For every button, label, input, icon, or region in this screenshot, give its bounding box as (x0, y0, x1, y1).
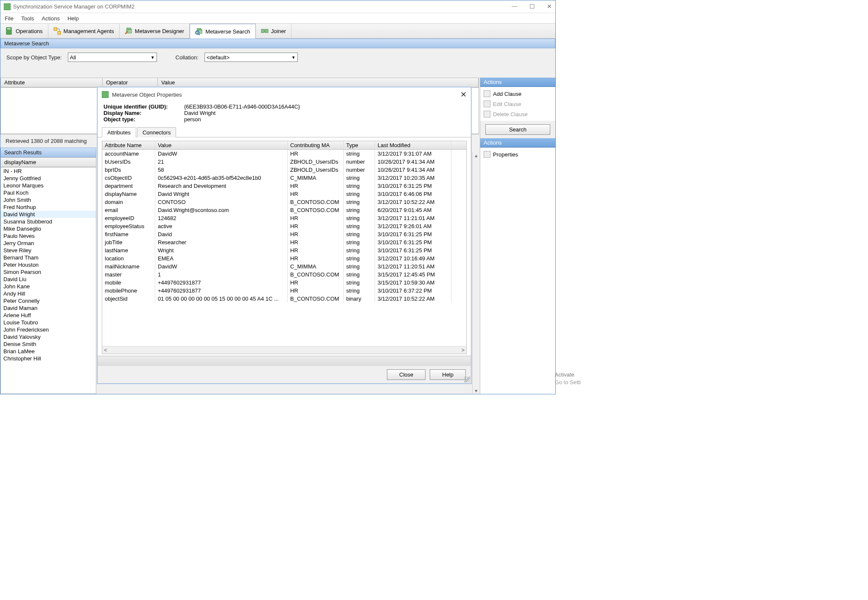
grid-row[interactable]: master1B_CONTOSO.COMstring3/15/2017 12:4… (102, 271, 466, 279)
result-row[interactable]: Peter Connelly (1, 297, 96, 304)
result-row[interactable]: David Yalovsky (1, 333, 96, 340)
grid-cell: string (344, 198, 375, 206)
grid-col-attrname[interactable]: Attribute Name (102, 141, 155, 149)
result-row[interactable]: Bernard Tham (1, 254, 96, 261)
grid-cell: B_CONTOSO.COM (288, 198, 344, 206)
result-row[interactable]: David Wright (1, 211, 96, 218)
minimize-button[interactable]: — (512, 3, 518, 10)
grid-row[interactable]: csObjectID0c562943-e201-4d65-ab35-bf542e… (102, 174, 466, 182)
grid-cell: 3/10/2017 6:46:06 PM (375, 190, 451, 198)
grid-col-contributing-ma[interactable]: Contributing MA (288, 141, 344, 149)
tool-metaverse-search[interactable]: Metaverse Search (190, 24, 256, 39)
mid-scrollbar[interactable]: ▴ ▾ (472, 152, 480, 394)
grid-cell: 3/15/2017 12:45:45 PM (375, 271, 451, 279)
grid-row[interactable]: firstNameDavidHRstring3/10/2017 6:31:25 … (102, 230, 466, 238)
menu-actions[interactable]: Actions (42, 15, 60, 22)
menu-help[interactable]: Help (67, 15, 79, 22)
result-row[interactable]: Mike Danseglio (1, 225, 96, 232)
tab-attributes[interactable]: Attributes (102, 127, 136, 137)
menu-file[interactable]: File (5, 15, 14, 22)
grid-col-value[interactable]: Value (155, 141, 288, 149)
grid-cell: binary (344, 295, 375, 303)
grid-row[interactable]: employeeID124682HRstring3/12/2017 11:21:… (102, 214, 466, 222)
resize-grip-icon[interactable] (464, 377, 470, 382)
svg-line-10 (199, 34, 200, 35)
grid-row[interactable]: accountNameDavidWHRstring3/12/2017 9:31:… (102, 150, 466, 158)
grid-row[interactable]: emailDavid.Wright@scontoso.comB_CONTOSO.… (102, 206, 466, 214)
tab-connectors[interactable]: Connectors (137, 127, 176, 137)
dialog-close-icon[interactable]: ✕ (460, 90, 467, 99)
result-row[interactable]: Denise Smith (1, 340, 96, 348)
result-row[interactable]: IN - HR (1, 167, 96, 175)
grid-col-last-modified[interactable]: Last Modified (375, 141, 451, 149)
result-row[interactable]: Steve Riley (1, 247, 96, 254)
grid-row[interactable]: bUsersIDs21ZBHOLD_UsersIDsnumber10/26/20… (102, 158, 466, 166)
grid-cell: 3/10/2017 6:31:25 PM (375, 230, 451, 238)
grid-row[interactable]: locationEMEAHRstring3/12/2017 10:16:49 A… (102, 254, 466, 262)
tool-metaverse-designer[interactable]: Metaverse Designer (120, 24, 190, 38)
grid-body[interactable]: accountNameDavidWHRstring3/12/2017 9:31:… (102, 150, 466, 346)
result-row[interactable]: Jerry Orman (1, 240, 96, 247)
grid-row[interactable]: domainCONTOSOB_CONTOSO.COMstring3/12/201… (102, 198, 466, 206)
grid-row[interactable]: jobTitleResearcherHRstring3/10/2017 6:31… (102, 238, 466, 246)
scroll-down-icon[interactable]: ▾ (475, 388, 478, 394)
grid-col-type[interactable]: Type (344, 141, 375, 149)
close-window-button[interactable]: ✕ (547, 3, 552, 10)
tool-joiner[interactable]: Joiner (256, 24, 291, 38)
svg-rect-12 (265, 29, 268, 33)
grid-hscroll[interactable]: < > (102, 346, 466, 354)
grid-row[interactable]: lastNameWrightHRstring3/10/2017 6:31:25 … (102, 246, 466, 254)
maximize-button[interactable]: ☐ (529, 3, 535, 10)
grid-cell: string (344, 174, 375, 182)
tool-management-agents[interactable]: Management Agents (48, 24, 120, 38)
tool-operations[interactable]: Operations (0, 24, 48, 38)
grid-cell: 6/20/2017 9:01:45 AM (375, 206, 451, 214)
grid-cell: ZBHOLD_UsersIDs (288, 158, 344, 166)
result-row[interactable]: David Liu (1, 276, 96, 283)
result-row[interactable]: Christopher Hill (1, 355, 96, 362)
results-col-displayname[interactable]: displayName (0, 157, 96, 167)
menu-tools[interactable]: Tools (21, 15, 34, 22)
dialog-close-button[interactable]: Close (387, 369, 426, 380)
scroll-right-icon[interactable]: > (461, 347, 465, 353)
action-properties[interactable]: Properties (483, 149, 553, 159)
result-row[interactable]: John Fredericksen (1, 326, 96, 333)
collation-combobox[interactable]: <default>▼ (204, 53, 298, 62)
result-row[interactable]: Andy Hill (1, 290, 96, 297)
grid-row[interactable]: mailNicknameDavidWC_MIMMAstring3/12/2017… (102, 262, 466, 271)
grid-cell: HR (288, 222, 344, 230)
scroll-left-icon[interactable]: < (104, 347, 107, 353)
result-row[interactable]: Paul Koch (1, 189, 96, 196)
dialog-help-button[interactable]: Help (430, 369, 466, 380)
result-row[interactable]: Susanna Stubberod (1, 218, 96, 225)
result-row[interactable]: Jenny Gottfried (1, 175, 96, 182)
grid-row[interactable]: displayNameDavid WrightHRstring3/10/2017… (102, 190, 466, 198)
scope-combobox[interactable]: All▼ (68, 53, 157, 62)
grid-cell: +4497602931877 (155, 279, 288, 287)
result-row[interactable]: Peter Houston (1, 261, 96, 268)
col-attribute[interactable]: Attribute (1, 78, 103, 87)
result-row[interactable]: David Maman (1, 304, 96, 312)
search-button[interactable]: Search (485, 124, 550, 135)
result-row[interactable]: John Kane (1, 283, 96, 290)
grid-row[interactable]: bprIDs58ZBHOLD_UsersIDsnumber10/26/2017 … (102, 166, 466, 174)
result-row[interactable]: Louise Toubro (1, 319, 96, 326)
grid-row[interactable]: mobilePhone+4497602931877HRstring3/10/20… (102, 287, 466, 295)
result-row[interactable]: Fred Northup (1, 204, 96, 211)
result-row[interactable]: Simon Pearson (1, 268, 96, 276)
grid-row[interactable]: departmentResearch and DevelopmentHRstri… (102, 182, 466, 190)
result-row[interactable]: Brian LaMee (1, 348, 96, 355)
action-add-clause[interactable]: Add Clause (483, 89, 553, 99)
result-row[interactable]: John Smith (1, 196, 96, 204)
grid-row[interactable]: mobile+4497602931877HRstring3/15/2017 10… (102, 279, 466, 287)
result-row[interactable]: Arlene Huff (1, 312, 96, 319)
svg-marker-4 (126, 28, 132, 30)
result-row[interactable]: Leonor Marques (1, 182, 96, 189)
result-row[interactable]: Paulo Neves (1, 232, 96, 240)
results-list[interactable]: IN - HRJenny GottfriedLeonor MarquesPaul… (0, 167, 96, 394)
grid-cell: active (155, 222, 288, 230)
grid-row[interactable]: objectSid01 05 00 00 00 00 00 05 15 00 0… (102, 295, 466, 303)
grid-row[interactable]: employeeStatusactiveHRstring3/12/2017 9:… (102, 222, 466, 230)
grid-cell: 3/12/2017 10:52:22 AM (375, 198, 451, 206)
scroll-up-icon[interactable]: ▴ (475, 152, 478, 159)
